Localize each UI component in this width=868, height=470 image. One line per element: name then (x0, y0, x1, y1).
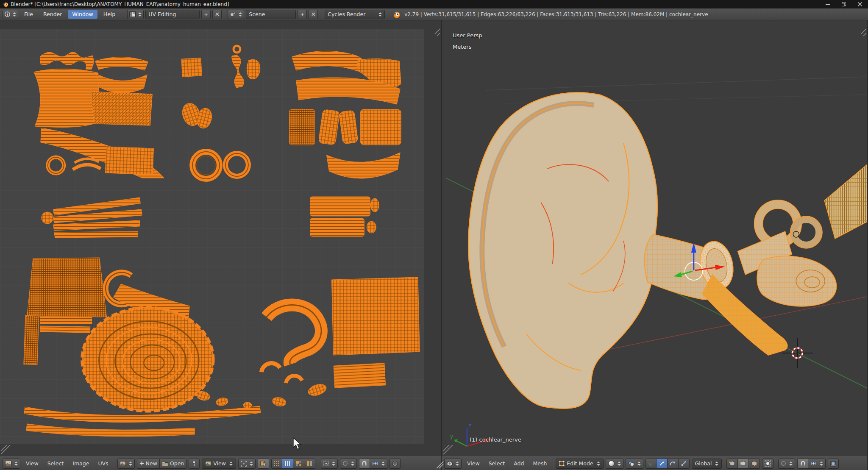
render-border-button[interactable] (828, 459, 839, 469)
shading-sphere-icon (608, 460, 615, 467)
translate-manipulator-icon (659, 461, 665, 467)
scene-browse-button[interactable] (228, 10, 244, 19)
svg-text:y: y (450, 434, 453, 439)
maximize-button[interactable] (836, 0, 852, 8)
chevron-updown-icon (715, 462, 718, 466)
image-icon (120, 461, 126, 466)
proportional-edit-icon (342, 461, 348, 466)
title-bar: Blender* [C:\Users\franc\Desktop\ANATOMY… (0, 0, 868, 8)
screen-layout-browse-button[interactable] (127, 10, 144, 19)
draw-other-objects-button[interactable] (389, 459, 401, 469)
chevron-updown-icon (637, 462, 641, 466)
delete-scene-button[interactable] (309, 10, 318, 19)
face-select-icon (296, 461, 301, 466)
limit-selection-visible-button[interactable] (762, 459, 773, 469)
uv-menu-image[interactable]: Image (69, 459, 92, 468)
transform-orientation-select[interactable]: Global (692, 459, 722, 469)
pivot-point-select[interactable] (238, 459, 256, 469)
image-browse-button[interactable] (117, 459, 135, 469)
screen-layout-name-field[interactable]: UV Editing (145, 10, 200, 19)
header-resize-grip[interactable] (435, 460, 444, 469)
viewport-shading-select[interactable] (606, 459, 623, 469)
chevron-updown-icon (138, 12, 142, 17)
scene-name-field[interactable]: Scene (246, 10, 296, 19)
folder-icon (162, 461, 168, 466)
uv-select-island-button[interactable] (304, 459, 315, 469)
scene-statistics: v2.79 | Verts:31,615/31,615 | Edges:63,2… (404, 11, 708, 17)
image-icon (205, 461, 211, 466)
manipulator-scale-button[interactable] (679, 459, 690, 469)
image-new-button[interactable]: New (137, 459, 160, 469)
image-open-button[interactable]: Open (160, 459, 186, 469)
uv-menu-select[interactable]: Select (44, 459, 67, 468)
svg-text:z: z (469, 423, 471, 428)
menu-file[interactable]: File (20, 10, 37, 19)
uv-menu-view[interactable]: View (22, 459, 42, 468)
chevron-updown-icon (789, 462, 793, 466)
uv-select-face-button[interactable] (293, 459, 304, 469)
minimize-button[interactable] (820, 0, 836, 8)
mode-value: Edit Mode (567, 460, 593, 467)
rotate-manipulator-icon (670, 461, 676, 467)
window-title: Blender* [C:\Users\franc\Desktop\ANATOMY… (11, 1, 229, 7)
minimize-icon (826, 2, 830, 6)
viewport-3d-area: z y x User Persp Meters (1) cochlear_ner… (442, 20, 867, 470)
uv-menu-uvs[interactable]: UVs (95, 459, 111, 468)
mode-select[interactable]: Edit Mode (556, 459, 603, 469)
uv-sync-selection-toggle[interactable] (258, 459, 269, 469)
add-scene-button[interactable]: + (298, 10, 307, 19)
editor-type-button-info[interactable] (3, 10, 18, 19)
manipulator-translate-button[interactable] (657, 459, 668, 469)
image-pin-button[interactable] (189, 459, 200, 469)
snap-element-select[interactable] (370, 459, 387, 469)
snap-toggle-button[interactable] (359, 459, 370, 469)
chevron-updown-icon (597, 462, 600, 466)
delete-screen-layout-button[interactable] (212, 10, 222, 19)
pin-icon (192, 461, 197, 466)
editor-type-button-3d[interactable] (444, 459, 462, 469)
new-label: New (146, 460, 157, 467)
proportional-edit-select[interactable] (340, 459, 357, 469)
edge-select-icon (285, 461, 290, 466)
v3d-menu-select[interactable]: Select (485, 459, 509, 468)
vertex-select-mode-button[interactable] (726, 459, 738, 469)
manipulator-axis-button[interactable] (645, 459, 657, 469)
uv-select-vertex-button[interactable] (271, 459, 282, 469)
screen-layout-icon (129, 11, 136, 17)
uv-editor-header: View Select Image UVs New (0, 456, 441, 470)
face-select-mode-button[interactable] (749, 459, 760, 469)
editor-type-button-uv[interactable] (3, 459, 20, 469)
magnet-icon (362, 461, 367, 466)
add-screen-layout-button[interactable]: + (201, 10, 211, 19)
plus-icon: + (204, 11, 208, 17)
chevron-updown-icon (381, 462, 385, 466)
menu-window[interactable]: Window (68, 10, 97, 19)
chevron-updown-icon (239, 12, 242, 17)
scene-icon (230, 11, 236, 17)
uv-canvas[interactable] (0, 20, 441, 456)
render-engine-select[interactable]: Cycles Render (325, 10, 385, 19)
proportional-edit-3d-select[interactable] (778, 459, 795, 469)
v3d-menu-mesh[interactable]: Mesh (529, 459, 550, 468)
snap-toggle-3d-button[interactable] (797, 459, 808, 469)
plus-icon: + (300, 11, 304, 17)
sticky-selection-select[interactable] (321, 459, 338, 469)
close-button[interactable] (852, 0, 868, 8)
edge-select-mode-button[interactable] (738, 459, 749, 469)
v3d-menu-add[interactable]: Add (510, 459, 527, 468)
viewport-3d-canvas[interactable]: z y x (442, 20, 867, 456)
render-preview-icon (830, 461, 836, 467)
close-icon (858, 2, 862, 6)
maximize-icon (842, 2, 846, 6)
snap-element-3d-select[interactable] (808, 459, 826, 469)
menu-help[interactable]: Help (99, 10, 120, 19)
v3d-menu-view[interactable]: View (464, 459, 483, 468)
chevron-updown-icon (129, 462, 132, 466)
chevron-updown-icon (250, 462, 253, 466)
menu-render[interactable]: Render (39, 10, 67, 19)
uv-select-edge-button[interactable] (282, 459, 293, 469)
manipulator-rotate-button[interactable] (668, 459, 679, 469)
image-display-view-select[interactable]: View (202, 459, 236, 469)
blender-logo-icon (3, 1, 8, 7)
pivot-center-select[interactable] (626, 459, 643, 469)
